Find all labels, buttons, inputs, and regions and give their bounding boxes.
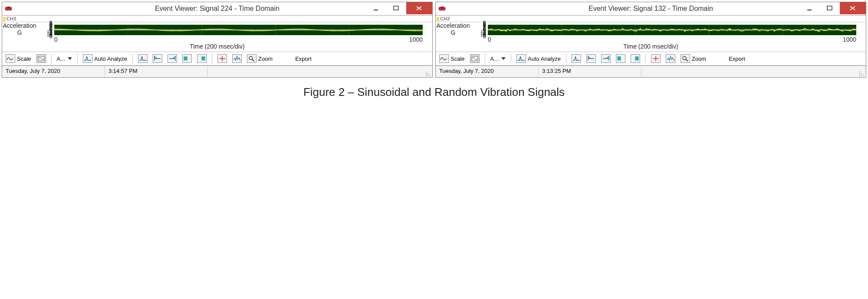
peak-button[interactable] (136, 53, 149, 64)
wave-icon (439, 54, 449, 63)
peak-button[interactable] (570, 53, 583, 64)
status-date: Tuesday, July 7, 2020 (2, 66, 105, 77)
plot-area: AccelerationG6543210-1-2-3-4-5-601000Tim… (436, 22, 866, 52)
svg-point-32 (426, 73, 427, 74)
resize-grip-icon[interactable] (423, 66, 432, 77)
maximize-button[interactable] (386, 2, 406, 14)
pulse-icon (83, 54, 92, 63)
scale-button[interactable]: Scale (437, 53, 467, 64)
close-button[interactable] (840, 2, 866, 14)
binoculars-icon (5, 5, 14, 12)
svg-point-67 (859, 72, 860, 72)
svg-point-63 (861, 75, 862, 76)
stepL-icon (182, 54, 192, 63)
x-axis-label: Time (200 msec/div) (436, 43, 866, 52)
scale-button[interactable]: Scale (4, 53, 33, 64)
resize-grip-icon[interactable] (856, 66, 866, 77)
svg-rect-4 (394, 6, 398, 10)
export-button[interactable]: Export (727, 55, 747, 63)
event-viewer-window: Event Viewer: Signal 132 - Time DomainCH… (435, 2, 866, 78)
marker-left-button[interactable] (151, 53, 164, 64)
svg-point-64 (861, 73, 862, 74)
crosshair-button[interactable] (216, 53, 229, 64)
svg-rect-3 (374, 10, 378, 10)
binoculars-icon (438, 5, 448, 12)
svg-point-66 (859, 73, 860, 74)
region-right-button[interactable] (629, 53, 642, 64)
status-date: Tuesday, July 7, 2020 (436, 66, 539, 77)
svg-point-31 (426, 75, 427, 76)
cross-icon (651, 54, 661, 63)
svg-rect-38 (827, 6, 832, 10)
minimize-button[interactable] (800, 2, 820, 14)
titlebar[interactable]: Event Viewer: Signal 224 - Time Domain (2, 2, 432, 16)
mag-icon (247, 54, 256, 63)
svg-rect-60 (636, 57, 638, 60)
svg-point-30 (427, 73, 428, 74)
marker-right-button[interactable] (166, 53, 179, 64)
region-right-button[interactable] (195, 53, 208, 64)
y-axis-label: AccelerationG (436, 22, 470, 36)
scale-label: Scale (450, 56, 465, 62)
marker-left-button[interactable] (585, 53, 598, 64)
y-axis-ticks: 6543210-1-2-3-4-5-6 (37, 22, 54, 36)
status-time: 3:14:57 PM (105, 66, 208, 77)
preset-button[interactable] (468, 53, 481, 64)
status-bar: Tuesday, July 7, 20203:13:25 PM (436, 66, 866, 77)
close-button[interactable] (406, 2, 432, 14)
titlebar[interactable]: Event Viewer: Signal 132 - Time Domain (436, 2, 866, 16)
y-axis-ticks: 6543210-1-2-3-4-5-6 (470, 22, 488, 36)
minimize-button[interactable] (366, 2, 386, 14)
status-time: 3:13:25 PM (539, 66, 641, 77)
zoom-button[interactable]: Zoom (245, 53, 274, 64)
analysis-dropdown[interactable]: A... (489, 55, 508, 63)
x-axis-label: Time (200 msec/div) (2, 43, 432, 52)
svg-point-27 (249, 56, 253, 60)
chart-canvas[interactable] (488, 25, 856, 35)
crosshair-button[interactable] (649, 53, 662, 64)
region-left-button[interactable] (614, 53, 627, 64)
pulse-icon (138, 54, 148, 63)
box-icon (36, 54, 46, 63)
box-icon (470, 54, 480, 63)
svg-rect-25 (184, 57, 187, 60)
figure-caption: Figure 2 – Sinusoidal and Random Vibrati… (0, 79, 868, 102)
status-bar: Tuesday, July 7, 20203:14:57 PM (2, 66, 432, 77)
pk-l-icon (153, 54, 162, 63)
svg-rect-37 (807, 10, 812, 10)
pk-r-icon (168, 54, 177, 63)
pk-r-icon (601, 54, 611, 63)
pulse-icon (516, 54, 526, 63)
cross-icon (217, 54, 227, 63)
analysis-dropdown[interactable]: A... (55, 55, 74, 63)
svg-rect-36 (441, 7, 443, 8)
svg-rect-2 (8, 7, 9, 8)
svg-point-61 (683, 56, 686, 60)
toolbar: ScaleA...Auto AnalyzeZoomExport (436, 52, 866, 66)
zoom-button[interactable]: Zoom (679, 53, 708, 64)
toolbar: ScaleA...Auto AnalyzeZoomExport (2, 52, 432, 66)
marker-right-button[interactable] (599, 53, 612, 64)
export-button[interactable]: Export (293, 55, 313, 63)
auto-analyze-button[interactable]: Auto Analyze (515, 53, 562, 64)
region-left-button[interactable] (181, 53, 194, 64)
spark-icon (232, 54, 242, 63)
preset-button[interactable] (35, 53, 48, 64)
pk-l-icon (586, 54, 596, 63)
svg-point-33 (426, 72, 427, 72)
trace-button[interactable] (230, 53, 243, 64)
wave-icon (6, 54, 15, 63)
stepL-icon (616, 54, 625, 63)
plot-area: AccelerationG6543210-1-2-3-4-5-601000Tim… (2, 22, 432, 52)
pulse-icon (572, 54, 581, 63)
auto-analyze-label: Auto Analyze (94, 56, 127, 62)
svg-point-29 (427, 75, 428, 76)
trace-button[interactable] (664, 53, 677, 64)
maximize-button[interactable] (820, 2, 840, 14)
svg-rect-59 (618, 57, 620, 60)
chart-canvas[interactable] (54, 25, 423, 35)
svg-point-28 (429, 75, 430, 76)
x-axis-ticks: 01000 (488, 36, 866, 43)
scale-label: Scale (17, 56, 31, 62)
auto-analyze-button[interactable]: Auto Analyze (81, 53, 129, 64)
